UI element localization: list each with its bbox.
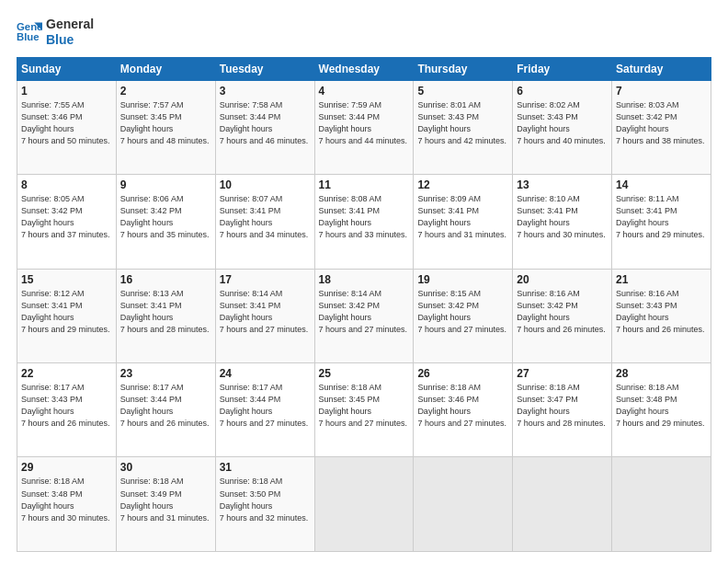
calendar-cell: 5 Sunrise: 8:01 AMSunset: 3:43 PMDayligh… xyxy=(414,80,513,174)
day-info: Sunrise: 8:18 AMSunset: 3:49 PMDaylight … xyxy=(120,477,210,522)
calendar-cell: 8 Sunrise: 8:05 AMSunset: 3:42 PMDayligh… xyxy=(17,175,117,269)
day-info: Sunrise: 8:07 AMSunset: 3:41 PMDaylight … xyxy=(220,194,309,239)
calendar-cell: 31 Sunrise: 8:18 AMSunset: 3:50 PMDaylig… xyxy=(215,457,314,552)
day-number: 29 xyxy=(21,461,112,474)
calendar-header-row: SundayMondayTuesdayWednesdayThursdayFrid… xyxy=(17,57,711,80)
calendar-cell: 22 Sunrise: 8:17 AMSunset: 3:43 PMDaylig… xyxy=(17,363,117,457)
calendar-weekday-friday: Friday xyxy=(513,57,612,80)
calendar-week-row: 8 Sunrise: 8:05 AMSunset: 3:42 PMDayligh… xyxy=(17,175,711,269)
day-info: Sunrise: 8:15 AMSunset: 3:42 PMDaylight … xyxy=(417,289,506,334)
calendar-cell: 11 Sunrise: 8:08 AMSunset: 3:41 PMDaylig… xyxy=(314,175,414,269)
day-info: Sunrise: 8:08 AMSunset: 3:41 PMDaylight … xyxy=(319,194,408,239)
calendar-table: SundayMondayTuesdayWednesdayThursdayFrid… xyxy=(17,57,711,552)
calendar-cell: 2 Sunrise: 7:57 AMSunset: 3:45 PMDayligh… xyxy=(116,80,215,174)
calendar-cell: 26 Sunrise: 8:18 AMSunset: 3:46 PMDaylig… xyxy=(414,363,513,457)
calendar-weekday-monday: Monday xyxy=(116,57,215,80)
calendar-cell: 27 Sunrise: 8:18 AMSunset: 3:47 PMDaylig… xyxy=(513,363,612,457)
day-info: Sunrise: 8:18 AMSunset: 3:47 PMDaylight … xyxy=(517,383,606,428)
header: General Blue General Blue xyxy=(17,17,711,48)
calendar-cell: 4 Sunrise: 7:59 AMSunset: 3:44 PMDayligh… xyxy=(314,80,414,174)
calendar-cell: 24 Sunrise: 8:17 AMSunset: 3:44 PMDaylig… xyxy=(215,363,314,457)
calendar-weekday-thursday: Thursday xyxy=(414,57,513,80)
day-info: Sunrise: 7:55 AMSunset: 3:46 PMDaylight … xyxy=(21,100,110,145)
day-number: 19 xyxy=(417,273,508,286)
day-number: 13 xyxy=(517,178,608,191)
calendar-cell: 15 Sunrise: 8:12 AMSunset: 3:41 PMDaylig… xyxy=(17,269,117,362)
calendar-cell: 17 Sunrise: 8:14 AMSunset: 3:41 PMDaylig… xyxy=(215,269,314,362)
day-number: 15 xyxy=(21,273,112,286)
calendar-week-row: 22 Sunrise: 8:17 AMSunset: 3:43 PMDaylig… xyxy=(17,363,711,457)
day-info: Sunrise: 8:11 AMSunset: 3:41 PMDaylight … xyxy=(616,194,705,239)
calendar-cell: 14 Sunrise: 8:11 AMSunset: 3:41 PMDaylig… xyxy=(612,175,711,269)
calendar-cell: 16 Sunrise: 8:13 AMSunset: 3:41 PMDaylig… xyxy=(116,269,215,362)
calendar-cell: 25 Sunrise: 8:18 AMSunset: 3:45 PMDaylig… xyxy=(314,363,414,457)
day-info: Sunrise: 7:58 AMSunset: 3:44 PMDaylight … xyxy=(220,100,309,145)
calendar-week-row: 15 Sunrise: 8:12 AMSunset: 3:41 PMDaylig… xyxy=(17,269,711,362)
calendar-cell: 20 Sunrise: 8:16 AMSunset: 3:42 PMDaylig… xyxy=(513,269,612,362)
day-info: Sunrise: 8:17 AMSunset: 3:44 PMDaylight … xyxy=(220,383,309,428)
calendar-cell: 29 Sunrise: 8:18 AMSunset: 3:48 PMDaylig… xyxy=(17,457,117,552)
calendar-weekday-wednesday: Wednesday xyxy=(314,57,414,80)
calendar-cell: 7 Sunrise: 8:03 AMSunset: 3:42 PMDayligh… xyxy=(612,80,711,174)
day-number: 30 xyxy=(120,461,211,474)
page: General Blue General Blue SundayMondayTu… xyxy=(0,0,728,563)
day-info: Sunrise: 8:12 AMSunset: 3:41 PMDaylight … xyxy=(21,289,110,334)
day-info: Sunrise: 8:03 AMSunset: 3:42 PMDaylight … xyxy=(616,100,705,145)
day-info: Sunrise: 8:06 AMSunset: 3:42 PMDaylight … xyxy=(120,194,210,239)
day-number: 20 xyxy=(517,273,608,286)
day-number: 2 xyxy=(120,85,211,98)
calendar-week-row: 1 Sunrise: 7:55 AMSunset: 3:46 PMDayligh… xyxy=(17,80,711,174)
day-info: Sunrise: 8:18 AMSunset: 3:50 PMDaylight … xyxy=(220,477,309,522)
calendar-cell: 3 Sunrise: 7:58 AMSunset: 3:44 PMDayligh… xyxy=(215,80,314,174)
calendar-cell: 6 Sunrise: 8:02 AMSunset: 3:43 PMDayligh… xyxy=(513,80,612,174)
day-number: 6 xyxy=(517,85,608,98)
day-number: 31 xyxy=(220,461,311,474)
day-number: 11 xyxy=(319,178,410,191)
day-number: 28 xyxy=(616,367,707,380)
calendar-cell: 13 Sunrise: 8:10 AMSunset: 3:41 PMDaylig… xyxy=(513,175,612,269)
day-number: 10 xyxy=(220,178,311,191)
day-number: 16 xyxy=(120,273,211,286)
day-info: Sunrise: 8:17 AMSunset: 3:44 PMDaylight … xyxy=(120,383,210,428)
day-number: 3 xyxy=(220,85,311,98)
day-number: 14 xyxy=(616,178,707,191)
day-info: Sunrise: 8:02 AMSunset: 3:43 PMDaylight … xyxy=(517,100,606,145)
day-info: Sunrise: 8:05 AMSunset: 3:42 PMDaylight … xyxy=(21,194,110,239)
calendar-weekday-saturday: Saturday xyxy=(612,57,711,80)
logo: General Blue General Blue xyxy=(17,17,94,48)
calendar-cell: 1 Sunrise: 7:55 AMSunset: 3:46 PMDayligh… xyxy=(17,80,117,174)
calendar-cell: 12 Sunrise: 8:09 AMSunset: 3:41 PMDaylig… xyxy=(414,175,513,269)
day-number: 26 xyxy=(417,367,508,380)
day-info: Sunrise: 7:59 AMSunset: 3:44 PMDaylight … xyxy=(319,100,408,145)
day-number: 8 xyxy=(21,178,112,191)
calendar-cell xyxy=(513,457,612,552)
calendar-weekday-sunday: Sunday xyxy=(17,57,117,80)
logo-icon: General Blue xyxy=(17,19,42,45)
calendar-cell xyxy=(314,457,414,552)
day-number: 4 xyxy=(319,85,410,98)
day-info: Sunrise: 8:16 AMSunset: 3:42 PMDaylight … xyxy=(517,289,606,334)
calendar-cell: 23 Sunrise: 8:17 AMSunset: 3:44 PMDaylig… xyxy=(116,363,215,457)
day-info: Sunrise: 8:13 AMSunset: 3:41 PMDaylight … xyxy=(120,289,210,334)
day-info: Sunrise: 8:17 AMSunset: 3:43 PMDaylight … xyxy=(21,383,110,428)
calendar-weekday-tuesday: Tuesday xyxy=(215,57,314,80)
day-info: Sunrise: 8:18 AMSunset: 3:45 PMDaylight … xyxy=(319,383,408,428)
day-info: Sunrise: 8:14 AMSunset: 3:41 PMDaylight … xyxy=(220,289,309,334)
day-number: 18 xyxy=(319,273,410,286)
day-number: 24 xyxy=(220,367,311,380)
calendar-week-row: 29 Sunrise: 8:18 AMSunset: 3:48 PMDaylig… xyxy=(17,457,711,552)
day-info: Sunrise: 8:14 AMSunset: 3:42 PMDaylight … xyxy=(319,289,408,334)
day-info: Sunrise: 8:18 AMSunset: 3:46 PMDaylight … xyxy=(417,383,506,428)
day-number: 12 xyxy=(417,178,508,191)
calendar-cell: 30 Sunrise: 8:18 AMSunset: 3:49 PMDaylig… xyxy=(116,457,215,552)
day-number: 21 xyxy=(616,273,707,286)
calendar-cell: 19 Sunrise: 8:15 AMSunset: 3:42 PMDaylig… xyxy=(414,269,513,362)
calendar-cell: 10 Sunrise: 8:07 AMSunset: 3:41 PMDaylig… xyxy=(215,175,314,269)
calendar-cell: 28 Sunrise: 8:18 AMSunset: 3:48 PMDaylig… xyxy=(612,363,711,457)
svg-text:Blue: Blue xyxy=(17,31,40,42)
day-info: Sunrise: 8:09 AMSunset: 3:41 PMDaylight … xyxy=(417,194,506,239)
day-number: 7 xyxy=(616,85,707,98)
day-info: Sunrise: 8:18 AMSunset: 3:48 PMDaylight … xyxy=(21,477,110,522)
day-info: Sunrise: 8:10 AMSunset: 3:41 PMDaylight … xyxy=(517,194,606,239)
day-number: 1 xyxy=(21,85,112,98)
